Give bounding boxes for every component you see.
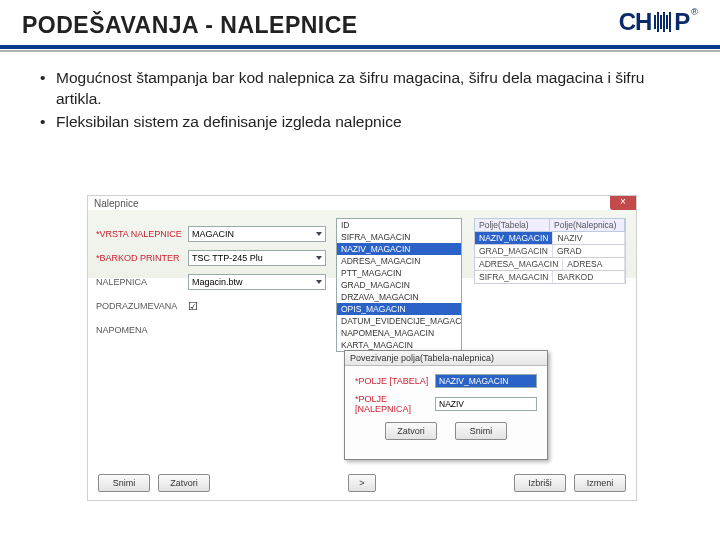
form-panel: *VRSTA NALEPNICEMAGACIN *BARKOD PRINTERT… [96,224,326,344]
chevron-down-icon [316,232,322,236]
edit-button[interactable]: Izmeni [574,474,626,492]
cell: ADRESA_MAGACIN [475,258,563,270]
checkbox-default[interactable]: ☑ [188,300,198,313]
table-row[interactable]: ADRESA_MAGACINADRESA [474,258,626,271]
dialog-row-tabela: *POLJE [TABELA]NAZIV_MAGACIN [355,374,537,388]
cell: SIFRA_MAGACIN [475,271,553,283]
form-row-nalepnica: NALEPNICAMagacin.btw [96,272,326,292]
dialog-label-nalepnica: *POLJE [NALEPNICA] [355,394,435,414]
chevron-down-icon [316,256,322,260]
list-item[interactable]: NAZIV_MAGACIN [337,243,461,255]
table-header: Polje(Tabela) Polje(Nalepnica) [474,218,626,232]
save-button[interactable]: Snimi [98,474,150,492]
bullet-item: Fleksibilan sistem za definisanje izgled… [40,112,694,133]
fields-listbox[interactable]: ID SIFRA_MAGACIN NAZIV_MAGACIN ADRESA_MA… [336,218,462,352]
label-default: PODRAZUMEVANA [96,301,188,311]
barcode-icon [654,12,671,32]
close-button[interactable]: Zatvori [158,474,210,492]
th-tabela: Polje(Tabela) [475,219,550,231]
page-title: PODEŠAVANJA - NALEPNICE [22,12,358,39]
logo-text-left: CH [619,8,652,36]
list-item[interactable]: ID [337,219,461,231]
table-row[interactable]: GRAD_MAGACINGRAD [474,245,626,258]
form-row-napomena: NAPOMENA [96,320,326,340]
table-row[interactable]: NAZIV_MAGACINNAZIV [474,232,626,245]
select-value: TSC TTP-245 Plu [192,253,263,263]
screenshot-window: Nalepnice × *VRSTA NALEPNICEMAGACIN *BAR… [88,196,636,500]
bullet-item: Mogućnost štampanja bar kod nalepnica za… [40,68,694,110]
cell: ADRESA [563,258,625,270]
list-item[interactable]: NAPOMENA_MAGACIN [337,327,461,339]
mapping-table: Polje(Tabela) Polje(Nalepnica) NAZIV_MAG… [474,218,626,284]
select-value: Magacin.btw [192,277,243,287]
select-vrsta[interactable]: MAGACIN [188,226,326,242]
list-item-selected[interactable]: OPIS_MAGACIN [337,303,461,315]
logo-text-right: P [674,8,689,36]
dialog-close-button[interactable]: Zatvori [385,422,437,440]
list-item[interactable]: DATUM_EVIDENCIJE_MAGACIN [337,315,461,327]
select-printer[interactable]: TSC TTP-245 Plu [188,250,326,266]
label-napomena: NAPOMENA [96,325,188,335]
cell: NAZIV [553,232,625,244]
cell: GRAD_MAGACIN [475,245,553,257]
dialog-label-tabela: *POLJE [TABELA] [355,376,435,386]
close-icon[interactable]: × [610,196,636,210]
select-nalepnica[interactable]: Magacin.btw [188,274,326,290]
window-title: Nalepnice [94,198,138,209]
list-item[interactable]: ADRESA_MAGACIN [337,255,461,267]
mapping-dialog: Povezivanje polja(Tabela-nalepnica) *POL… [344,350,548,460]
dialog-field-nalepnica[interactable]: NAZIV [435,397,537,411]
list-item[interactable]: PTT_MAGACIN [337,267,461,279]
window-footer: Snimi Zatvori > Izbriši Izmeni [98,474,626,492]
registered-icon: ® [691,7,698,17]
dialog-field-tabela[interactable]: NAZIV_MAGACIN [435,374,537,388]
form-row-default: PODRAZUMEVANA☑ [96,296,326,316]
select-value: MAGACIN [192,229,234,239]
divider-primary [0,45,720,49]
delete-button[interactable]: Izbriši [514,474,566,492]
list-item[interactable]: GRAD_MAGACIN [337,279,461,291]
dialog-row-nalepnica: *POLJE [NALEPNICA]NAZIV [355,394,537,414]
list-item[interactable]: SIFRA_MAGACIN [337,231,461,243]
list-item[interactable]: DRZAVA_MAGACIN [337,291,461,303]
cell: BARKOD [553,271,625,283]
bullet-list: Mogućnost štampanja bar kod nalepnica za… [40,68,694,133]
form-row-vrsta: *VRSTA NALEPNICEMAGACIN [96,224,326,244]
chevron-down-icon [316,280,322,284]
move-right-button[interactable]: > [348,474,376,492]
form-row-printer: *BARKOD PRINTERTSC TTP-245 Plu [96,248,326,268]
table-row[interactable]: SIFRA_MAGACINBARKOD [474,271,626,284]
cell: GRAD [553,245,625,257]
th-nalepnica: Polje(Nalepnica) [550,219,625,231]
dialog-save-button[interactable]: Snimi [455,422,507,440]
brand-logo: CH P ® [619,8,698,36]
label-nalepnica: NALEPNICA [96,277,188,287]
cell: NAZIV_MAGACIN [475,232,553,244]
label-vrsta: *VRSTA NALEPNICE [96,229,188,239]
divider-secondary [0,50,720,52]
dialog-title: Povezivanje polja(Tabela-nalepnica) [345,351,547,366]
label-printer: *BARKOD PRINTER [96,253,188,263]
